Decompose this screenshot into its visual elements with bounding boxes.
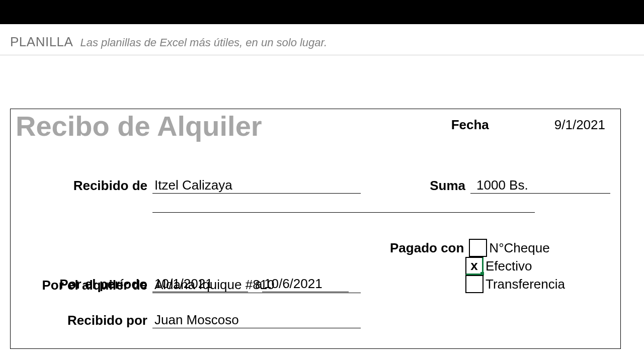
paid-with-row-efectivo: x Efectivo bbox=[465, 257, 565, 275]
paid-with-row-cheque: Pagado con N°Cheque bbox=[390, 239, 565, 257]
period-label: Por el período bbox=[16, 277, 147, 292]
received-from-value: Itzel Calizaya bbox=[152, 177, 361, 194]
sum-value: 1000 Bs. bbox=[470, 177, 610, 194]
received-by-value: Juan Moscoso bbox=[152, 312, 361, 328]
paid-with-block: Pagado con N°Cheque x Efectivo Transfere… bbox=[390, 239, 565, 293]
option-cheque-label: N°Cheque bbox=[488, 240, 549, 256]
sum-label: Suma bbox=[430, 178, 465, 194]
date-value: 9/1/2021 bbox=[554, 117, 605, 133]
header: PLANILLA Las planillas de Excel más útil… bbox=[0, 24, 644, 55]
option-efectivo-label: Efectivo bbox=[485, 258, 532, 274]
period-from: 10/1/2021 bbox=[152, 276, 248, 292]
received-from-line2 bbox=[152, 199, 535, 213]
date-label: Fecha bbox=[451, 117, 489, 133]
brand-logo-text: PLANILLA bbox=[10, 34, 73, 50]
paid-with-label: Pagado con bbox=[390, 240, 464, 256]
received-from-label: Recibido de bbox=[16, 178, 147, 194]
receipt-box: Recibo de Alquiler Fecha 9/1/2021 Recibi… bbox=[10, 109, 621, 349]
period-to: 10/6/2021 bbox=[262, 276, 349, 292]
paid-with-row-transferencia: Transferencia bbox=[465, 275, 565, 293]
row-recibido-por: Recibido por Juan Moscoso bbox=[16, 312, 610, 328]
checkbox-efectivo[interactable]: x bbox=[465, 257, 484, 275]
received-by-label: Recibido por bbox=[16, 313, 147, 328]
tagline-text: Las planillas de Excel más útiles, en un… bbox=[80, 36, 327, 49]
checkbox-cheque[interactable] bbox=[469, 239, 487, 257]
date-block: Fecha 9/1/2021 bbox=[451, 117, 610, 133]
document-page: PLANILLA Las planillas de Excel más útil… bbox=[0, 24, 644, 362]
checkbox-transferencia[interactable] bbox=[465, 275, 484, 293]
period-separator: a bbox=[248, 277, 262, 292]
receipt-title: Recibo de Alquiler bbox=[16, 112, 262, 140]
row-recibido-de: Recibido de Itzel Calizaya Suma 1000 Bs. bbox=[16, 177, 610, 194]
title-row: Recibo de Alquiler Fecha 9/1/2021 bbox=[16, 112, 610, 140]
option-transferencia-label: Transferencia bbox=[485, 277, 565, 292]
